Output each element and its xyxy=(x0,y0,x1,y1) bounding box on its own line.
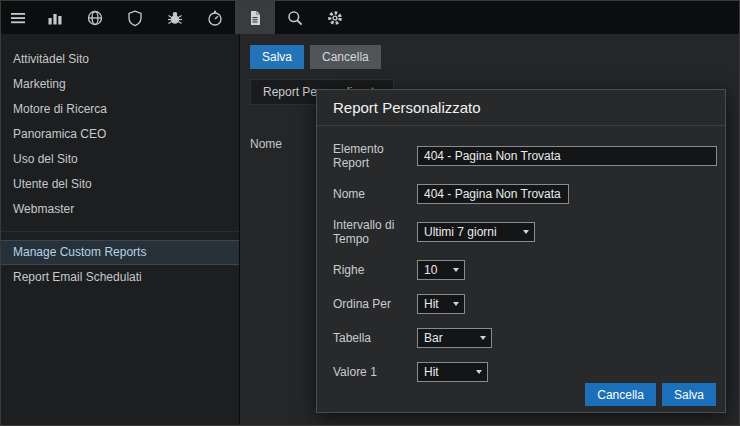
settings-nav-button[interactable] xyxy=(315,1,355,34)
globe-icon xyxy=(86,9,104,27)
intervallo-di-tempo-select[interactable]: Ultimi 7 giorni xyxy=(417,222,535,242)
sidebar-item-utente-del-sito[interactable]: Utente del Sito xyxy=(1,172,239,197)
search-nav-button[interactable] xyxy=(275,1,315,34)
sidebar-item-motore-di-ricerca[interactable]: Motore di Ricerca xyxy=(1,97,239,122)
timer-icon xyxy=(206,9,224,27)
valore-1-select[interactable]: Hit xyxy=(417,362,488,382)
dialog-form: Elemento Report Nome Intervallo di Tempo… xyxy=(317,126,725,382)
document-icon xyxy=(246,9,264,27)
security-nav-button[interactable] xyxy=(115,1,155,34)
web-nav-button[interactable] xyxy=(75,1,115,34)
sidebar-item-panoramica-ceo[interactable]: Panoramica CEO xyxy=(1,122,239,147)
tabella-select[interactable]: Bar xyxy=(417,328,492,348)
sidebar: Attivitàdel Sito Marketing Motore di Ric… xyxy=(1,34,240,425)
action-row: Salva Cancella xyxy=(250,45,739,69)
sidebar-item-webmaster[interactable]: Webmaster xyxy=(1,197,239,222)
field-label-elemento-report: Elemento Report xyxy=(333,142,409,170)
sidebar-item-marketing[interactable]: Marketing xyxy=(1,72,239,97)
dialog-save-button[interactable]: Salva xyxy=(662,383,716,406)
dialog-footer: Cancella Salva xyxy=(585,383,716,406)
select-value: Hit xyxy=(424,297,439,311)
app-window: Attivitàdel Sito Marketing Motore di Ric… xyxy=(0,0,740,426)
field-label-nome: Nome xyxy=(333,187,409,201)
sidebar-item-attivita-del-sito[interactable]: Attivitàdel Sito xyxy=(1,47,239,72)
chevron-down-icon xyxy=(476,370,482,374)
save-button[interactable]: Salva xyxy=(250,45,304,69)
realtime-nav-button[interactable] xyxy=(195,1,235,34)
dialog-header: Report Personalizzato xyxy=(317,90,725,126)
search-icon xyxy=(286,9,304,27)
sidebar-divider xyxy=(1,231,239,232)
gear-icon xyxy=(326,9,344,27)
bug-icon xyxy=(166,9,184,27)
bar-chart-icon xyxy=(46,9,64,27)
sidebar-item-report-email-schedulati[interactable]: Report Email Schedulati xyxy=(1,265,239,290)
field-label-ordina-per: Ordina Per xyxy=(333,297,409,311)
reports-nav-button[interactable] xyxy=(35,1,75,34)
cancel-button[interactable]: Cancella xyxy=(310,45,381,69)
field-label-intervallo-di-tempo: Intervallo di Tempo xyxy=(333,218,409,246)
field-label-righe: Righe xyxy=(333,263,409,277)
righe-select[interactable]: 10 xyxy=(417,260,465,280)
chevron-down-icon xyxy=(453,302,459,306)
select-value: Ultimi 7 giorni xyxy=(424,225,497,239)
chevron-down-icon xyxy=(523,230,529,234)
sidebar-item-uso-del-sito[interactable]: Uso del Sito xyxy=(1,147,239,172)
dialog-cancel-button[interactable]: Cancella xyxy=(585,383,656,406)
select-value: Bar xyxy=(424,331,443,345)
dialog-title: Report Personalizzato xyxy=(333,99,481,116)
nome-input[interactable] xyxy=(417,184,569,204)
ordina-per-select[interactable]: Hit xyxy=(417,294,465,314)
select-value: 10 xyxy=(424,263,437,277)
field-label-tabella: Tabella xyxy=(333,331,409,345)
chevron-down-icon xyxy=(480,336,486,340)
menu-icon xyxy=(9,9,27,27)
report-personalizzato-dialog: Report Personalizzato Elemento Report No… xyxy=(316,89,726,413)
bots-nav-button[interactable] xyxy=(155,1,195,34)
field-label-valore-1: Valore 1 xyxy=(333,365,409,379)
menu-button[interactable] xyxy=(1,1,35,34)
topbar xyxy=(1,1,739,34)
elemento-report-input[interactable] xyxy=(417,146,717,166)
shield-icon xyxy=(126,9,144,27)
custom-reports-nav-button[interactable] xyxy=(235,1,275,34)
select-value: Hit xyxy=(424,365,439,379)
sidebar-item-manage-custom-reports[interactable]: Manage Custom Reports xyxy=(1,240,239,265)
chevron-down-icon xyxy=(453,268,459,272)
